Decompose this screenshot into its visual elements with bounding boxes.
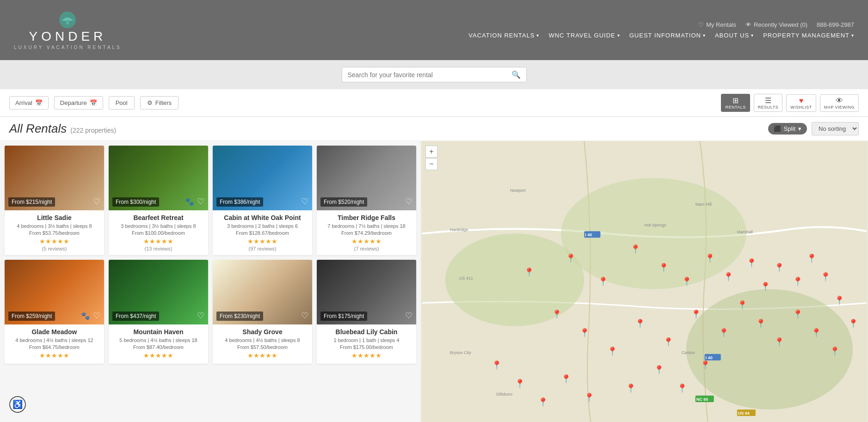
filter-bar: Arrival 📅 Departure 📅 Pool ⚙ Filters ⊞ R…	[0, 89, 868, 117]
svg-text:Mars Hill: Mars Hill	[696, 202, 712, 207]
card-stars: ★★★★★	[217, 238, 308, 245]
card-image-wrap: From $215/night ♡	[5, 146, 104, 210]
svg-text:📍: 📍	[654, 365, 665, 375]
list-icon: ☰	[765, 96, 771, 105]
nav-wnc-travel-guide[interactable]: WNC TRAVEL GUIDE ▾	[548, 32, 620, 39]
favorite-button[interactable]: ♡	[197, 196, 204, 207]
card-icons: 🐾 ♡	[185, 196, 204, 207]
recently-viewed-link[interactable]: 👁 Recently Viewed (0)	[745, 21, 807, 28]
svg-text:Hot Springs: Hot Springs	[645, 223, 667, 227]
search-input[interactable]	[348, 71, 511, 79]
view-results-button[interactable]: ☰ RESULTS	[754, 94, 782, 112]
card-name: Little Sadie	[9, 214, 99, 221]
nav-property-management[interactable]: PROPERTY MANAGEMENT ▾	[763, 32, 854, 39]
favorite-button[interactable]: ♡	[405, 311, 412, 321]
svg-text:📍: 📍	[793, 309, 803, 319]
svg-text:📍: 📍	[700, 360, 711, 370]
listing-card[interactable]: From $259/night 🐾 ♡ Glade Meadow 4 bedro…	[5, 260, 104, 364]
svg-text:Canton: Canton	[682, 350, 695, 355]
zoom-out-button[interactable]: −	[425, 158, 437, 170]
search-button[interactable]: 🔍	[511, 70, 521, 79]
header-right: ♡ My Rentals 👁 Recently Viewed (0) 888-6…	[468, 21, 854, 39]
card-body: Bluebead Lily Cabin 1 bedroom | 1 bath |…	[317, 324, 416, 364]
map-svg: Hardridge Newport Hot Springs Mars Hill …	[421, 141, 868, 422]
card-body: Mountain Haven 5 bedrooms | 4½ baths | s…	[109, 324, 208, 364]
filters-button[interactable]: ⚙ Filters	[140, 96, 179, 110]
accessibility-button[interactable]: ♿	[9, 396, 26, 413]
svg-text:📍: 📍	[524, 267, 535, 277]
listing-card[interactable]: From $300/night 🐾 ♡ Bearfeet Retreat 3 b…	[109, 146, 208, 255]
card-details: 3 bedrooms | 2 baths | sleeps 6	[217, 223, 308, 229]
listings-panel: From $215/night ♡ Little Sadie 4 bedroom…	[0, 141, 421, 422]
favorite-button[interactable]: ♡	[93, 311, 100, 321]
arrival-button[interactable]: Arrival 📅	[9, 96, 49, 110]
card-stars: ★★★★★	[9, 352, 99, 359]
chevron-down-icon: ▾	[851, 33, 854, 38]
card-details: 4 bedrooms | 4½ baths | sleeps 12	[9, 337, 99, 343]
chevron-down-icon: ▾	[536, 33, 539, 38]
favorite-button[interactable]: ♡	[197, 311, 204, 321]
map-background: Hardridge Newport Hot Springs Mars Hill …	[421, 141, 868, 422]
logo-icon	[54, 11, 81, 29]
svg-text:📍: 📍	[830, 346, 840, 356]
card-image-wrap: From $300/night 🐾 ♡	[109, 146, 208, 210]
favorite-button[interactable]: ♡	[93, 196, 100, 207]
svg-text:📍: 📍	[682, 276, 692, 287]
svg-text:📍: 📍	[515, 379, 525, 389]
calendar-icon: 📅	[35, 99, 43, 106]
nav-about-us[interactable]: ABOUT US ▾	[715, 32, 754, 39]
sort-area: ⬛ Split ▾ No sorting	[768, 122, 859, 135]
card-stars: ★★★★★	[217, 352, 308, 359]
calendar-icon: 📅	[90, 99, 97, 106]
card-details: 1 bedroom | 1 bath | sleeps 4	[321, 337, 412, 343]
card-stars: ★★★★★	[321, 352, 412, 359]
header-top-links: ♡ My Rentals 👁 Recently Viewed (0) 888-6…	[698, 21, 854, 28]
card-details: 5 bedrooms | 4½ baths | sleeps 18	[113, 337, 203, 343]
departure-button[interactable]: Departure 📅	[54, 96, 103, 110]
zoom-in-button[interactable]: +	[425, 146, 437, 158]
card-price-badge: From $175/night	[320, 312, 367, 321]
view-rentals-button[interactable]: ⊞ RENTALS	[721, 94, 750, 112]
svg-text:📍: 📍	[626, 383, 636, 393]
logo-area[interactable]: YONDER LUXURY VACATION RENTALS	[14, 11, 122, 50]
svg-text:📍: 📍	[774, 337, 785, 347]
sort-select[interactable]: No sorting	[812, 122, 859, 135]
svg-text:📍: 📍	[760, 281, 771, 292]
grid-icon: ⊞	[733, 96, 739, 105]
listing-card[interactable]: From $386/night ♡ Cabin at White Oak Poi…	[213, 146, 312, 255]
listing-card[interactable]: From $175/night ♡ Bluebead Lily Cabin 1 …	[317, 260, 416, 364]
favorite-button[interactable]: ♡	[405, 196, 412, 207]
nav-vacation-rentals[interactable]: VACATION RENTALS ▾	[468, 32, 539, 39]
phone-link[interactable]: 888-699-2987	[817, 21, 854, 28]
card-price-per: From $128.67/bedroom	[217, 230, 308, 236]
card-price-per: From $87.40/bedroom	[113, 344, 203, 350]
listing-card[interactable]: From $230/night ♡ Shady Grove 4 bedrooms…	[213, 260, 312, 364]
card-details: 7 bedrooms | 7½ baths | sleeps 18	[321, 223, 412, 229]
map-controls: + −	[425, 146, 437, 170]
nav-guest-information[interactable]: GUEST INFORMATION ▾	[629, 32, 706, 39]
main-content: From $215/night ♡ Little Sadie 4 bedroom…	[0, 141, 868, 422]
view-wishlist-button[interactable]: ♥ WISHLIST	[786, 94, 816, 112]
logo-text: YONDER	[29, 29, 106, 44]
card-name: Cabin at White Oak Point	[217, 214, 308, 221]
card-price-per: From $57.50/bedroom	[217, 344, 308, 350]
pet-friendly-icon: 🐾	[81, 312, 90, 320]
map-panel: Hardridge Newport Hot Springs Mars Hill …	[421, 141, 868, 422]
pool-button[interactable]: Pool	[109, 96, 135, 110]
view-map-button[interactable]: 👁 MAP VIEWING	[820, 94, 859, 112]
card-reviews: (97 reviews)	[217, 246, 308, 251]
split-toggle[interactable]: ⬛ Split ▾	[768, 123, 807, 135]
card-body: Glade Meadow 4 bedrooms | 4½ baths | sle…	[5, 324, 104, 364]
listing-card[interactable]: From $215/night ♡ Little Sadie 4 bedroom…	[5, 146, 104, 255]
wishlist-label: WISHLIST	[790, 105, 812, 110]
svg-text:📍: 📍	[552, 309, 562, 319]
listing-card[interactable]: From $437/night ♡ Mountain Haven 5 bedro…	[109, 260, 208, 364]
favorite-button[interactable]: ♡	[301, 311, 308, 321]
favorite-button[interactable]: ♡	[301, 196, 308, 207]
card-price-per: From $74.29/bedroom	[321, 230, 412, 236]
listing-card[interactable]: From $520/night ♡ Timber Ridge Falls 7 b…	[317, 146, 416, 255]
svg-text:📍: 📍	[705, 253, 715, 263]
my-rentals-link[interactable]: ♡ My Rentals	[698, 21, 736, 28]
card-name: Timber Ridge Falls	[321, 214, 412, 221]
card-body: Little Sadie 4 bedrooms | 3½ baths | sle…	[5, 210, 104, 255]
